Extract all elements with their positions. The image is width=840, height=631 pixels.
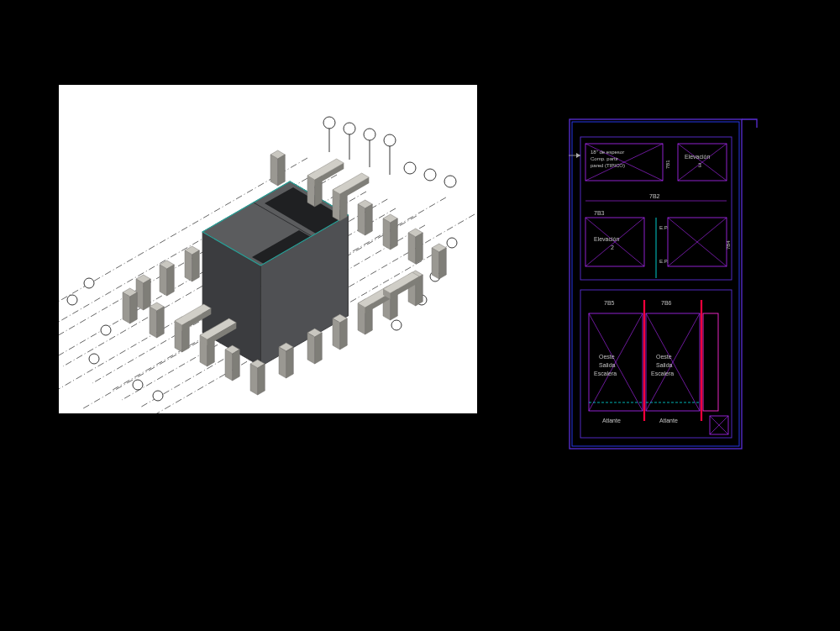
svg-point-21	[424, 169, 436, 181]
svg-point-14	[344, 123, 355, 134]
ref-7b6: 7B6	[661, 300, 672, 306]
elev2-l2: 2	[611, 245, 614, 250]
ref-7b5: 7B5	[604, 300, 615, 306]
svg-point-12	[323, 117, 335, 129]
atlante-b: Atlante	[659, 418, 678, 423]
svg-rect-74	[703, 313, 718, 411]
ep-label-1: E.P.	[659, 225, 669, 230]
ref-7b4: 7B4	[726, 240, 731, 250]
sheet-svg: 7B1 7B2 E.P. E.P. 7B3 7B4 18" de es	[569, 118, 760, 450]
core-volume	[202, 181, 348, 366]
note-l1: 18" de espesor	[591, 150, 624, 155]
isometric-view	[59, 85, 477, 413]
oeste-a-l1: Oeste	[599, 354, 615, 360]
svg-point-24	[67, 295, 77, 305]
svg-point-16	[364, 129, 375, 140]
svg-point-26	[89, 354, 99, 364]
cad-composite: 7B1 7B2 E.P. E.P. 7B3 7B4 18" de es	[0, 0, 840, 631]
svg-point-20	[404, 162, 416, 174]
oeste-b-l2: Salida	[656, 362, 673, 368]
oeste-b-l1: Oeste	[656, 354, 672, 360]
elev3-l1: Elevación	[685, 154, 710, 160]
upper-drawings: 7B1 7B2 E.P. E.P. 7B3 7B4 18" de es	[569, 137, 732, 280]
iso-svg	[59, 85, 477, 413]
oeste-b-l3: Escalera	[651, 371, 674, 376]
ref-7b3: 7B3	[594, 210, 605, 216]
svg-point-18	[384, 134, 396, 146]
svg-point-29	[447, 238, 457, 248]
svg-point-27	[133, 380, 143, 390]
svg-marker-64	[576, 153, 580, 158]
svg-point-22	[444, 176, 456, 187]
svg-rect-47	[572, 122, 739, 446]
note-l2: Comp. partir	[591, 156, 618, 161]
oeste-a-l2: Salida	[599, 362, 616, 368]
lower-drawings: 7B5 7B6	[580, 290, 732, 438]
atlante-a: Atlante	[602, 418, 621, 423]
svg-point-28	[153, 391, 163, 401]
titleblock-sheet: 7B1 7B2 E.P. E.P. 7B3 7B4 18" de es	[569, 118, 760, 450]
oeste-a-l3: Escalera	[594, 371, 617, 376]
elev2-l1: Elevación	[594, 236, 619, 242]
ref-7b1: 7B1	[665, 160, 670, 169]
note-l3: pared (TIPICO)	[591, 163, 625, 168]
elev3-l2: 3	[698, 162, 701, 168]
ref-7b2: 7B2	[649, 193, 660, 199]
ep-label-2: E.P.	[659, 259, 669, 264]
svg-point-23	[84, 278, 94, 288]
svg-point-25	[101, 325, 111, 335]
svg-point-32	[391, 320, 402, 330]
